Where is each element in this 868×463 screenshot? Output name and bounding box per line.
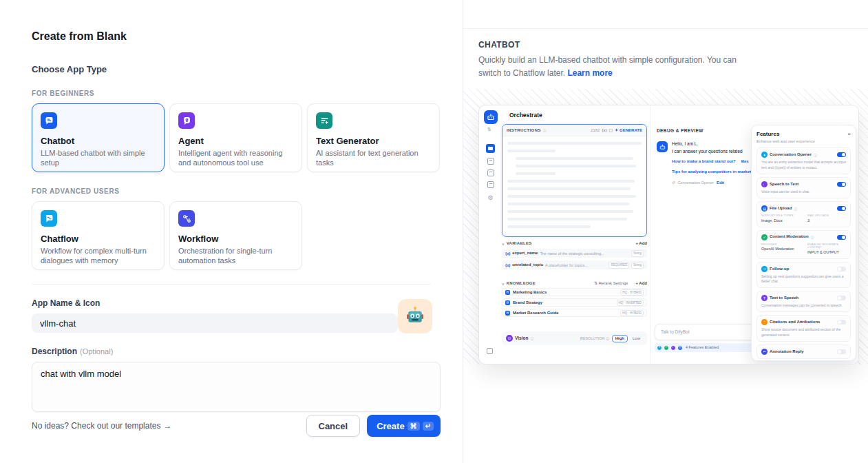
page-title: Create from Blank bbox=[32, 30, 441, 43]
close-icon: × bbox=[847, 131, 851, 138]
app-name-input[interactable] bbox=[32, 313, 398, 333]
file-upload-mini-icon: ▤ bbox=[677, 345, 683, 351]
optional-label: (Optional) bbox=[80, 347, 113, 356]
bot-avatar bbox=[657, 141, 668, 152]
for-beginners-label: FOR BEGINNERS bbox=[32, 90, 441, 97]
content-moderation-icon: ✓ bbox=[761, 234, 768, 240]
feature-name: Annotation Reply bbox=[770, 349, 804, 354]
conversation-opener-mini-icon: ✦ bbox=[657, 345, 662, 351]
learn-more-link[interactable]: Learn more bbox=[567, 68, 612, 78]
meta-value: OpenAI Moderation bbox=[761, 247, 807, 251]
dataset-badge: HQ · HYBRID bbox=[620, 310, 644, 316]
feature-toggle bbox=[837, 152, 846, 157]
meta-key: ENABLED MODERATE CONTENT bbox=[807, 243, 846, 250]
resolution-text: RESOLUTION bbox=[580, 336, 605, 340]
dify-app-icon bbox=[484, 110, 498, 124]
placeholder-line bbox=[507, 187, 631, 190]
app-icon-picker[interactable] bbox=[398, 299, 432, 333]
resolution-label: RESOLUTION ⓘ bbox=[580, 336, 610, 340]
bot-greeting: Hello, I am L. I can answer your questio… bbox=[672, 141, 756, 154]
variable-row: {x} unrelated_topic A placeholder for to… bbox=[502, 260, 647, 269]
kbd-cmd: ⌘ bbox=[407, 422, 420, 431]
info-icon: ⓘ bbox=[814, 153, 817, 157]
generate-button: ✦GENERATE bbox=[615, 128, 642, 133]
feature-toggle bbox=[837, 235, 846, 240]
speech-mini-icon: ♩ bbox=[670, 345, 676, 351]
preview-hatched-band: ⇅ ⚙ Orchestrate GPT-4o CHAT ∨ ⇅ bbox=[463, 89, 868, 364]
suggested-question: Bes bbox=[741, 159, 749, 164]
app-type-card-agent[interactable]: Agent Intelligent agent with reasoning a… bbox=[169, 103, 302, 172]
app-type-card-text-generator[interactable]: Text Generator AI assistant for text gen… bbox=[307, 103, 440, 172]
beginner-app-types: Chatbot LLM-based chatbot with simple se… bbox=[32, 103, 441, 172]
vision-label: Vision bbox=[515, 336, 528, 341]
knowledge-row: ▤ Brand Strategy HQ · INVERTED bbox=[502, 298, 647, 307]
add-knowledge-button: + Add bbox=[635, 281, 647, 286]
resolution-high-chip: High bbox=[612, 335, 628, 342]
meta-value: 3 bbox=[807, 218, 846, 223]
orchestrate-preview-image: ⇅ ⚙ Orchestrate GPT-4o CHAT ∨ ⇅ bbox=[478, 105, 859, 364]
placeholder-line bbox=[507, 142, 642, 145]
instructions-header: INSTRUCTIONS ⓘ 2182 {x} ▢ ✦GENERATE bbox=[502, 125, 646, 136]
info-icon: ⓘ bbox=[530, 336, 533, 340]
knowledge-row: ▤ Marketing Basics HQ · HYBRID bbox=[502, 288, 647, 296]
app-type-card-chatflow[interactable]: Chatflow Workflow for complex multi-turn… bbox=[32, 201, 165, 270]
variable-row: {x} expert_name The name of the strategi… bbox=[502, 249, 647, 258]
feature-desc: Voice input can be used in chat. bbox=[761, 189, 846, 194]
variable-icon: {x} bbox=[505, 251, 510, 256]
vision-row: ⊙ Vision ⓘ RESOLUTION ⓘ High Low bbox=[502, 331, 647, 345]
description-label-row: Description(Optional) bbox=[32, 347, 441, 356]
form-footer: No ideas? Check out our templates→ Cance… bbox=[32, 415, 441, 437]
description-textarea[interactable]: chat with vllm model bbox=[32, 362, 441, 412]
variable-desc: The name of the strategic consulting... bbox=[540, 251, 629, 256]
preview-sidebar-nav: ⚙ bbox=[486, 144, 495, 202]
file-upload-icon: ▤ bbox=[761, 205, 768, 212]
advanced-app-types: Chatflow Workflow for complex multi-turn… bbox=[32, 201, 441, 270]
create-app-panel: Create from Blank Choose App Type FOR BE… bbox=[0, 0, 463, 463]
info-icon: ⓘ bbox=[811, 235, 814, 239]
feature-card-follow-up: ↪ Follow-up Setting up next questions su… bbox=[756, 262, 851, 289]
rerank-label: Rerank Settings bbox=[599, 281, 628, 285]
feature-name: Follow-up bbox=[770, 267, 789, 271]
app-type-name: Agent bbox=[178, 136, 293, 146]
feature-toggle bbox=[837, 296, 846, 300]
rerank-icon: ⇅ bbox=[594, 281, 597, 285]
create-button[interactable]: Create ⌘↵ bbox=[367, 415, 441, 437]
app-type-name: Chatbot bbox=[41, 136, 156, 146]
nav-logs-icon bbox=[487, 158, 494, 165]
citations-icon: “ bbox=[761, 319, 768, 325]
templates-link-text: No ideas? Check out our templates bbox=[32, 421, 160, 431]
placeholder-line bbox=[507, 225, 591, 228]
suggested-question: How to make a brand stand out? bbox=[672, 159, 736, 164]
placeholder-line bbox=[507, 180, 635, 183]
meta-value: Image, Docs bbox=[761, 218, 807, 223]
nav-orchestrate-icon bbox=[486, 144, 495, 153]
feature-card-conversation-opener: ✦ Conversation Opener ⓘ You are an entit… bbox=[756, 147, 851, 174]
feature-card-text-to-speech: T Text to Speech Conversation messages c… bbox=[756, 291, 851, 312]
character-count: 2182 bbox=[591, 128, 600, 133]
workflow-icon bbox=[178, 210, 195, 227]
placeholder-line bbox=[516, 157, 634, 160]
dataset-badge: HQ · INVERTED bbox=[617, 300, 644, 306]
caret-down-icon: ∨ bbox=[502, 242, 505, 246]
conversation-opener-row: ↺ Conversation Opener Edit bbox=[672, 181, 724, 185]
info-icon: ⓘ bbox=[794, 207, 797, 211]
choose-app-type-heading: Choose App Type bbox=[32, 64, 441, 74]
conversation-opener-icon: ✦ bbox=[761, 152, 768, 158]
required-badge: REQUIRED bbox=[608, 262, 629, 268]
feature-name: Content Moderation bbox=[770, 234, 809, 239]
app-type-name: Chatflow bbox=[41, 234, 156, 244]
speech-to-text-icon: ♩ bbox=[761, 181, 768, 187]
dataset-icon: ▤ bbox=[505, 290, 510, 295]
arrow-right-icon: → bbox=[163, 421, 171, 431]
cancel-button[interactable]: Cancel bbox=[306, 415, 361, 437]
features-panel: Features × Enhance web app user experien… bbox=[751, 125, 856, 361]
features-subtitle: Enhance web app user experience bbox=[756, 139, 851, 144]
dataset-badge: HQ · HYBRID bbox=[620, 289, 644, 296]
app-type-card-chatbot[interactable]: Chatbot LLM-based chatbot with simple se… bbox=[32, 103, 165, 172]
knowledge-row: ▤ Market Research Guide HQ · HYBRID bbox=[502, 309, 647, 317]
templates-link[interactable]: No ideas? Check out our templates→ bbox=[32, 421, 171, 431]
app-type-card-workflow[interactable]: Workflow Orchestration for single-turn a… bbox=[169, 201, 302, 270]
meta-key: SUPPORT FILE TYPES bbox=[761, 214, 807, 218]
greeting-line: Hello, I am L. bbox=[672, 141, 756, 147]
instructions-panel: INSTRUCTIONS ⓘ 2182 {x} ▢ ✦GENERATE bbox=[502, 124, 647, 237]
